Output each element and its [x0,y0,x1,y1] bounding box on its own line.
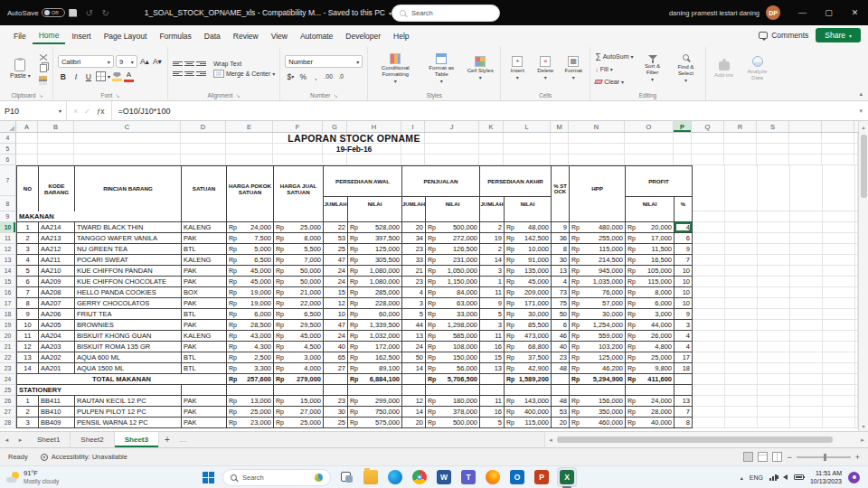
header-penjualan-sub-0[interactable]: JUMLAH [402,197,426,212]
cell-F28[interactable]: Rp25,000 [274,418,324,428]
cell-O6[interactable] [625,155,674,165]
cell-C26[interactable]: RAUTAN KECIL 12 PC [75,396,182,407]
number-dialog-launcher-icon[interactable]: ↘ [333,92,337,99]
chrome-taskbar-button[interactable] [410,468,429,486]
cell-E6[interactable] [226,155,273,165]
cell-Q4[interactable] [692,133,724,144]
format-as-table-button[interactable]: Format as Table ▾ [422,52,460,86]
cell-D9[interactable] [182,211,227,222]
cell-P26[interactable]: 13 [675,396,693,407]
cell-E24[interactable]: Rp257,600 [227,374,274,385]
cell-I25[interactable] [402,385,426,396]
cell-Q15[interactable] [693,277,725,287]
cell-E14[interactable]: Rp45,000 [227,266,274,277]
cell-S15[interactable] [758,277,790,287]
cell-C20[interactable]: BISKUIT KHONG GUAN [75,331,182,342]
cell-H11[interactable]: Rp397,500 [348,233,402,244]
cell-C5[interactable] [74,144,181,155]
cell-E19[interactable]: Rp28,500 [227,320,274,331]
cell-K9[interactable] [480,211,505,222]
cell-M24[interactable] [552,374,570,385]
cell-I9[interactable] [402,211,426,222]
cell-L6[interactable] [504,155,551,165]
cell-K15[interactable]: 1 [480,277,505,287]
column-header-B[interactable]: B [38,121,74,132]
cell-S6[interactable] [757,155,789,165]
cell-N18[interactable]: Rp30,000 [570,309,626,320]
volume-icon[interactable] [783,474,788,480]
cell-J16[interactable]: Rp84,000 [426,287,480,298]
row-header-16[interactable]: 16 [0,287,16,298]
cell-P24[interactable] [675,374,693,385]
cell-M22[interactable]: 23 [552,352,570,363]
cell-L25[interactable] [505,385,552,396]
cell-H14[interactable]: Rp1,080,000 [348,266,402,277]
cell-P9[interactable] [675,211,693,222]
cell-L4[interactable] [504,133,551,144]
cell-O28[interactable]: Rp40,000 [626,418,675,428]
comma-style-icon[interactable]: , [310,70,321,82]
row-header-10[interactable]: 10 [0,222,16,233]
comments-button[interactable]: Comments [759,31,808,40]
cell-B21[interactable]: AA203 [39,342,75,352]
cell-R6[interactable] [724,155,757,165]
clock[interactable]: 11:51 AM10/13/2023 [810,469,842,485]
cell-K28[interactable]: 5 [480,418,505,428]
conditional-formatting-button[interactable]: Conditional Formatting ▾ [373,52,418,86]
menu-tab-file[interactable]: File [7,28,33,43]
cell-E17[interactable]: Rp19,000 [227,298,274,309]
cell-A27[interactable]: 2 [17,407,39,418]
firefox-taskbar-button[interactable] [484,468,502,486]
cell-B12[interactable]: AA212 [39,244,75,255]
cell-A20[interactable]: 11 [17,331,39,342]
cell-Q6[interactable] [692,155,724,165]
cell-R17[interactable] [725,298,758,309]
cell-G4[interactable] [323,133,347,144]
cell-D4[interactable] [181,133,226,144]
cell-A12[interactable]: 3 [17,244,39,255]
tab-options-icon[interactable]: … [175,432,190,447]
cell-J24[interactable]: Rp5,706,500 [426,374,480,385]
autosave-toggle[interactable]: AutoSave Off [7,8,65,17]
cell-C21[interactable]: BISKUIT ROMA 135 GR [75,342,182,352]
redo-icon[interactable]: ↻ [98,8,114,18]
cell-N4[interactable] [569,133,625,144]
column-header-P[interactable]: P [674,121,692,132]
cell-A13[interactable]: 4 [17,255,39,266]
cell-R5[interactable] [724,144,757,155]
cell-D23[interactable]: BTL [182,363,227,374]
cell-O5[interactable] [625,144,674,155]
cell-F12[interactable]: Rp5,500 [274,244,324,255]
cell-P28[interactable]: 8 [675,418,693,428]
cell-Q14[interactable] [693,266,725,277]
cell-L5[interactable] [504,144,551,155]
cell-P21[interactable]: 4 [675,342,693,352]
accounting-format-icon[interactable]: $ ▾ [285,70,296,82]
cell-G28[interactable]: 25 [324,418,348,428]
cell-I18[interactable]: 5 [402,309,426,320]
cell-E21[interactable]: Rp4,300 [227,342,274,352]
cell-G13[interactable]: 47 [324,255,348,266]
cell-R4[interactable] [724,133,757,144]
cell-J20[interactable]: Rp585,000 [426,331,480,342]
cell-J19[interactable]: Rp1,298,000 [426,320,480,331]
cell-M28[interactable]: 20 [552,418,570,428]
cell-L26[interactable]: Rp143,000 [505,396,552,407]
cell-I16[interactable]: 4 [402,287,426,298]
cell-A24[interactable]: TOTAL MAKANAN [17,374,227,385]
cell-J27[interactable]: Rp378,000 [426,407,480,418]
cell-O27[interactable]: Rp28,000 [626,407,675,418]
cell-D13[interactable]: KALENG [182,255,227,266]
column-header-C[interactable]: C [74,121,181,132]
cell-J4[interactable] [425,133,479,144]
cell-F23[interactable]: Rp4,000 [274,363,324,374]
menu-tab-formulas[interactable]: Formulas [153,28,197,43]
column-header-M[interactable]: M [551,121,569,132]
cell-B23[interactable]: AA201 [39,363,75,374]
cell-O20[interactable]: Rp26,000 [626,331,675,342]
cell-E27[interactable]: Rp25,000 [227,407,274,418]
cell-Q17[interactable] [693,298,725,309]
select-all-corner[interactable] [0,121,16,132]
cell-E18[interactable]: Rp6,000 [227,309,274,320]
paste-button[interactable]: Paste ▾ [6,58,34,80]
